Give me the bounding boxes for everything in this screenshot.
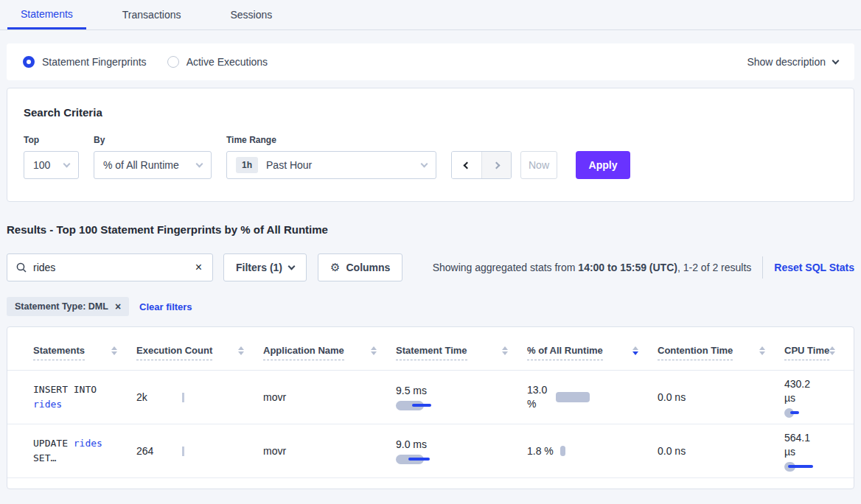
radio-active-executions-label: Active Executions <box>187 56 268 68</box>
cpu-time-bar <box>784 462 829 472</box>
column-header-cpu-time[interactable]: CPU Time <box>784 345 854 360</box>
radio-statement-fingerprints-label: Statement Fingerprints <box>42 56 147 68</box>
time-range-pager <box>451 151 512 179</box>
chevron-right-icon <box>493 161 501 169</box>
column-header-statement-time[interactable]: Statement Time <box>396 345 527 360</box>
results-heading: Results - Top 100 Statement Fingerprints… <box>7 223 854 236</box>
sort-icon-active-desc[interactable] <box>632 346 638 355</box>
time-range-label: Time Range <box>226 135 436 145</box>
radio-active-executions[interactable]: Active Executions <box>167 56 268 68</box>
time-range-select[interactable]: 1h Past Hour <box>226 151 436 179</box>
statement-time-bar <box>396 401 440 410</box>
cpu-time-value: 430.2 µs <box>784 377 854 405</box>
columns-button[interactable]: ⚙ Columns <box>318 253 402 281</box>
gear-icon: ⚙ <box>330 261 340 274</box>
statement-time-bar <box>396 455 440 464</box>
filter-chip-statement-type: Statement Type: DML × <box>7 297 129 316</box>
execution-count-value: 264 <box>136 445 182 457</box>
pct-runtime-value: 13.0 % <box>527 383 547 411</box>
column-header-label[interactable]: Application Name <box>263 345 344 360</box>
time-range-badge: 1h <box>236 157 258 173</box>
execution-count-bar <box>182 393 184 402</box>
radio-selected-icon[interactable] <box>23 56 35 68</box>
contention-time-cell: 0.0 ns <box>658 445 784 457</box>
sort-icon[interactable] <box>238 346 244 355</box>
column-header-contention-time[interactable]: Contention Time <box>658 345 784 360</box>
sort-icon[interactable] <box>502 346 508 355</box>
column-header-label[interactable]: Execution Count <box>136 345 212 360</box>
column-header-label[interactable]: % of All Runtime <box>527 345 603 360</box>
by-select-value: % of All Runtime <box>103 159 179 171</box>
statement-link[interactable]: rides <box>33 399 62 410</box>
pct-runtime-cell: 1.8 % <box>527 444 658 458</box>
table-row: UPDATE rides SET… 264 movr 9.0 ms 1.8 % … <box>7 424 854 478</box>
search-criteria-card: Search Criteria Top 100 By % of All Runt… <box>7 88 854 202</box>
show-description-toggle[interactable]: Show description <box>747 56 838 68</box>
statement-link[interactable]: rides <box>74 438 102 449</box>
sort-icon[interactable] <box>759 346 765 355</box>
execution-count-bar <box>182 447 184 456</box>
column-header-application-name[interactable]: Application Name <box>263 345 396 360</box>
cpu-time-bar <box>784 408 829 418</box>
by-select[interactable]: % of All Runtime <box>94 151 212 179</box>
apply-button[interactable]: Apply <box>576 151 630 179</box>
chevron-down-icon <box>832 57 840 65</box>
statement-time-cell: 9.5 ms <box>396 385 527 410</box>
top-select-value: 100 <box>33 159 50 171</box>
pct-runtime-bar <box>560 446 565 456</box>
showing-prefix: Showing aggregated stats from <box>433 262 579 273</box>
radio-statement-fingerprints[interactable]: Statement Fingerprints <box>23 56 147 68</box>
tab-sessions[interactable]: Sessions <box>217 0 285 29</box>
search-icon <box>16 262 27 273</box>
column-header-label[interactable]: CPU Time <box>784 345 829 360</box>
statement-search-box: × <box>7 253 213 281</box>
time-range-value: Past Hour <box>266 159 312 171</box>
now-button[interactable]: Now <box>520 151 557 179</box>
time-range-prev-button[interactable] <box>452 152 481 178</box>
statement-time-value: 9.5 ms <box>396 385 527 396</box>
column-header-pct-of-all-runtime[interactable]: % of All Runtime <box>527 345 658 360</box>
tab-statements[interactable]: Statements <box>7 0 86 29</box>
filter-chip-row: Statement Type: DML × Clear filters <box>7 297 854 316</box>
radio-unselected-icon[interactable] <box>167 56 179 68</box>
clear-search-icon[interactable]: × <box>194 261 203 274</box>
column-header-label[interactable]: Statement Time <box>396 345 467 360</box>
tab-transactions[interactable]: Transactions <box>109 0 195 29</box>
column-header-statements[interactable]: Statements <box>33 345 136 360</box>
application-name-cell: movr <box>263 445 396 457</box>
chevron-down-icon <box>196 161 203 168</box>
column-header-label[interactable]: Contention Time <box>658 345 733 360</box>
column-header-label[interactable]: Statements <box>33 345 85 360</box>
columns-button-label: Columns <box>346 262 390 273</box>
column-header-execution-count[interactable]: Execution Count <box>136 345 263 360</box>
chevron-down-icon <box>421 161 428 168</box>
page-tabs: Statements Transactions Sessions <box>0 0 861 30</box>
statement-text: SET… <box>33 452 56 463</box>
chevron-down-icon <box>288 263 296 270</box>
showing-range: 14:00 to 15:59 (UTC) <box>578 262 677 273</box>
sort-icon[interactable] <box>111 346 117 355</box>
filters-button[interactable]: Filters (1) <box>223 253 307 281</box>
show-description-label: Show description <box>747 56 826 68</box>
cpu-time-cell: 430.2 µs <box>784 377 854 418</box>
sort-icon[interactable] <box>829 346 835 355</box>
sort-icon[interactable] <box>371 346 377 355</box>
top-control-group: Top 100 <box>24 135 79 179</box>
search-criteria-controls: Top 100 By % of All Runtime Time Range 1… <box>24 135 837 179</box>
clear-filters-link[interactable]: Clear filters <box>139 301 192 312</box>
pct-runtime-bar <box>556 392 590 402</box>
execution-count-cell: 2k <box>136 391 263 403</box>
statement-time-value: 9.0 ms <box>396 438 527 450</box>
top-select[interactable]: 100 <box>24 151 79 179</box>
pct-runtime-value: 1.8 % <box>527 444 554 458</box>
cpu-time-cell: 564.1 µs <box>784 431 854 472</box>
time-range-next-button[interactable] <box>481 152 511 178</box>
reset-sql-stats-link[interactable]: Reset SQL Stats <box>774 262 854 273</box>
application-name-cell: movr <box>263 391 396 403</box>
statement-fingerprint-cell: INSERT INTO rides <box>33 382 136 412</box>
search-input[interactable] <box>33 262 194 273</box>
remove-filter-icon[interactable]: × <box>115 301 121 312</box>
statements-table: Statements Execution Count Application N… <box>7 326 854 489</box>
pct-runtime-cell: 13.0 % <box>527 383 658 411</box>
statement-text: UPDATE <box>33 438 68 449</box>
